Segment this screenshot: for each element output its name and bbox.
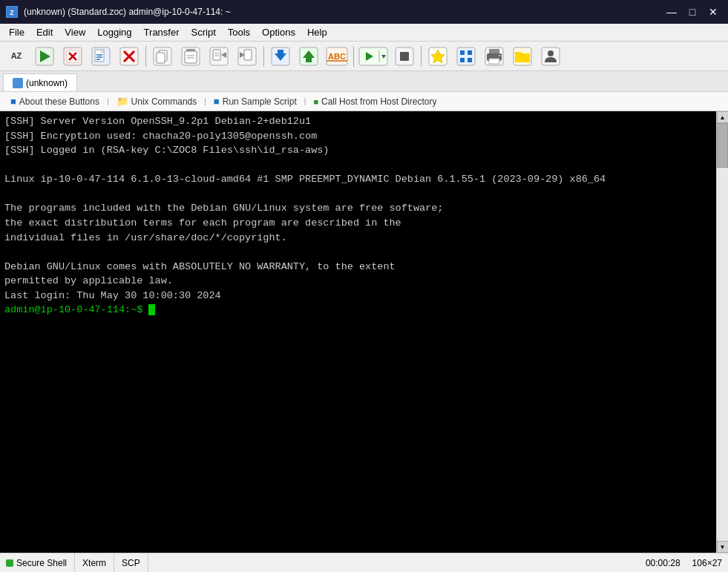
text-button[interactable]: ABC [324, 44, 350, 69]
session-tab-icon [13, 78, 23, 88]
status-bar: Secure Shell Xterm SCP 00:00:28 106×27 [0, 553, 728, 572]
svg-rect-44 [400, 52, 409, 61]
play-button[interactable] [357, 44, 390, 69]
scrollbar-down[interactable]: ▼ [717, 541, 729, 553]
svg-rect-18 [157, 53, 165, 63]
term-line-3: [SSH] Logged in (RSA-key C:\ZOC8 Files\s… [4, 143, 712, 158]
yellow-folder-icon: 📁 [117, 96, 128, 107]
svg-text:ABC: ABC [328, 52, 346, 61]
minimize-button[interactable]: — [663, 4, 681, 19]
terminal[interactable]: [SSH] Server Version OpenSSH_9.2p1 Debia… [0, 111, 716, 553]
connection-status-icon [6, 559, 13, 567]
term-prompt: admin@ip-10-0-47-114:~$ [4, 304, 142, 315]
scrollbar-track[interactable] [717, 123, 728, 541]
copy-button[interactable] [149, 44, 176, 69]
term-line-12: permitted by applicable law. [4, 274, 712, 289]
bb-run-script[interactable]: ■ Run Sample Script [209, 94, 301, 108]
svg-point-60 [548, 50, 554, 56]
toolbar-sep-3 [353, 46, 354, 67]
bb-about-buttons[interactable]: ■ About these Buttons [6, 94, 104, 108]
maximize-button[interactable]: □ [683, 4, 701, 19]
scrollbar-up[interactable]: ▲ [717, 111, 729, 123]
script-button[interactable] [88, 44, 114, 69]
paste2-button[interactable] [206, 44, 232, 69]
bb-sep-1: | [107, 97, 109, 105]
scrollbar[interactable]: ▲ ▼ [716, 111, 728, 553]
connect-button[interactable] [31, 44, 58, 69]
download-button[interactable] [267, 44, 294, 69]
title-bar: Z (unknown) (Standard.zoc) admin@ip-10-0… [0, 0, 728, 24]
favorite-button[interactable] [424, 44, 451, 69]
blue-square2-icon: ■ [214, 96, 220, 107]
toolbar-sep-2 [263, 46, 264, 67]
term-line-11: Debian GNU/Linux comes with ABSOLUTELY N… [4, 260, 712, 275]
svg-rect-30 [244, 50, 252, 60]
toolbar: A​Z [0, 42, 728, 71]
paste3-button[interactable] [234, 44, 260, 69]
menu-view[interactable]: View [59, 24, 91, 41]
folder-button[interactable] [509, 44, 536, 69]
printer-button[interactable] [481, 44, 508, 69]
term-line-14: admin@ip-10-0-47-114:~$ [4, 303, 712, 318]
status-transfer: SCP [114, 553, 148, 572]
svg-rect-56 [499, 55, 500, 56]
menu-edit[interactable]: Edit [30, 24, 59, 41]
bb-script-label: Run Sample Script [223, 96, 297, 107]
term-line-4 [4, 158, 712, 173]
bb-call-host[interactable]: ■ Call Host from Host Directory [309, 95, 441, 108]
bb-sep-2: | [204, 97, 206, 105]
paste-button[interactable] [177, 44, 204, 69]
grid-button[interactable] [453, 44, 479, 69]
main-area: [SSH] Server Version OpenSSH_9.2p1 Debia… [0, 111, 728, 553]
status-dimensions: 106×27 [692, 558, 722, 568]
toolbar-sep-1 [145, 46, 146, 67]
upload-button[interactable] [295, 44, 322, 69]
bb-host-label: Call Host from Host Directory [321, 96, 436, 107]
menu-tools[interactable]: Tools [222, 24, 256, 41]
bb-unix-commands[interactable]: 📁 Unix Commands [112, 94, 202, 108]
status-terminal-label: Xterm [82, 558, 106, 568]
menu-help[interactable]: Help [301, 24, 333, 41]
bb-unix-label: Unix Commands [131, 96, 197, 107]
menu-transfer[interactable]: Transfer [138, 24, 186, 41]
close-button[interactable]: ✕ [704, 4, 722, 19]
app-icon: Z [6, 6, 18, 18]
svg-rect-49 [468, 50, 472, 55]
term-line-9: individual files in /usr/share/doc/*/cop… [4, 231, 712, 246]
menu-bar: File Edit View Logging Transfer Script T… [0, 24, 728, 42]
term-line-1: [SSH] Server Version OpenSSH_9.2p1 Debia… [4, 114, 712, 129]
svg-rect-25 [213, 50, 220, 60]
window-title: (unknown) (Standard.zoc) admin@ip-10-0-4… [24, 7, 231, 17]
status-terminal-type: Xterm [75, 553, 114, 572]
scrollbar-thumb[interactable] [717, 123, 728, 168]
svg-rect-55 [489, 59, 499, 64]
svg-text:Z: Z [10, 9, 14, 16]
svg-rect-51 [468, 58, 472, 62]
svg-rect-48 [460, 50, 465, 55]
button-bar: ■ About these Buttons | 📁 Unix Commands … [0, 92, 728, 111]
window-controls: — □ ✕ [663, 4, 722, 19]
status-protocol-label: Secure Shell [16, 558, 67, 568]
disconnect-button[interactable] [59, 44, 86, 69]
status-protocol: Secure Shell [6, 553, 75, 572]
term-line-13: Last login: Thu May 30 10:00:30 2024 [4, 289, 712, 303]
title-bar-left: Z (unknown) (Standard.zoc) admin@ip-10-0… [6, 6, 231, 18]
svg-rect-21 [185, 51, 197, 63]
menu-logging[interactable]: Logging [91, 24, 137, 41]
term-line-7: The programs included with the Debian GN… [4, 201, 712, 216]
menu-options[interactable]: Options [256, 24, 301, 41]
az-button[interactable]: A​Z [3, 44, 30, 69]
term-line-5: Linux ip-10-0-47-114 6.1.0-13-cloud-amd6… [4, 172, 712, 187]
term-line-8: the exact distribution terms for each pr… [4, 216, 712, 231]
svg-rect-53 [489, 49, 499, 54]
session-tab-unknown[interactable]: (unknown) [3, 73, 77, 91]
svg-rect-58 [515, 53, 530, 62]
menu-script[interactable]: Script [186, 24, 222, 41]
stop-button[interactable] [391, 44, 418, 69]
close-session-button[interactable] [116, 44, 142, 69]
term-line-6 [4, 187, 712, 202]
blue-square-icon: ■ [10, 96, 16, 107]
menu-file[interactable]: File [3, 24, 30, 41]
status-right: 00:00:28 106×27 [646, 558, 722, 568]
user-button[interactable] [537, 44, 564, 69]
